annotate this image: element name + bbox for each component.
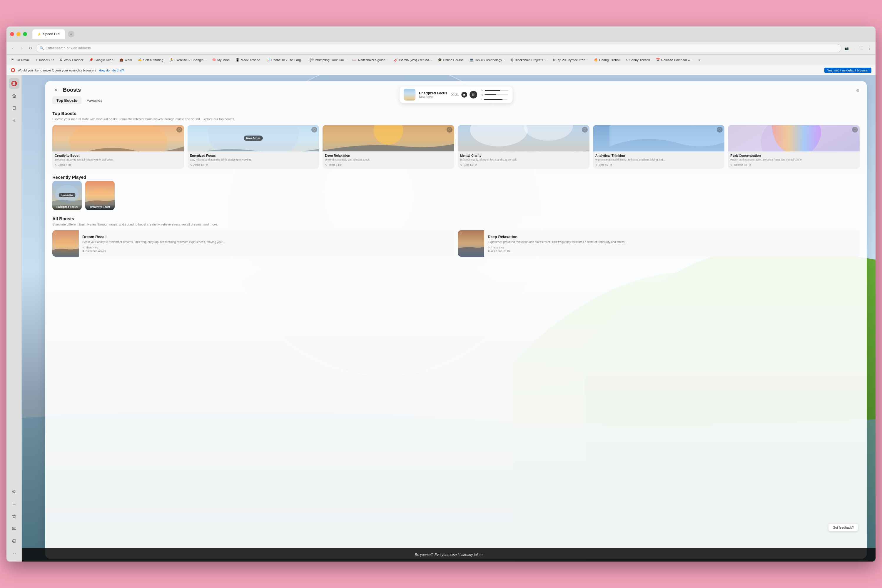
sidebar-icon-messenger[interactable] <box>9 524 20 534</box>
slider-row-3: ♪ <box>481 98 508 100</box>
bookmark-crypto[interactable]: ₿ Top 20 Cryptocurren... <box>550 57 590 63</box>
relaxation-name: Deep Relaxation <box>325 154 452 157</box>
boost-card-relaxation[interactable]: ♡ Deep Relaxation Unwind completely and … <box>322 125 454 169</box>
volume-slider[interactable] <box>484 94 508 95</box>
feedback-button[interactable]: Got feedback? <box>828 524 858 531</box>
svg-marker-8 <box>12 514 16 518</box>
sidebar-icon-ai[interactable] <box>9 511 20 522</box>
bookmark-release-calendar[interactable]: 📅 Release Calendar –... <box>654 57 695 63</box>
stop-button[interactable] <box>461 92 467 98</box>
bookmark-tushar[interactable]: T Tushar PR <box>33 57 56 63</box>
bookmark-self-authoring[interactable]: ✍ Self Authoring <box>135 57 166 63</box>
sidebar-icon-bookmarks[interactable] <box>9 103 20 114</box>
relaxation-desc: Unwind completely and release stress. <box>325 158 452 162</box>
creativity-heart-icon[interactable]: ♡ <box>176 127 182 133</box>
sidebar-icon-whatsapp[interactable] <box>9 536 20 546</box>
svg-rect-14 <box>472 93 473 96</box>
bookmark-work-planner[interactable]: ⚙ Work Planner <box>57 57 86 63</box>
boost-card-creativity[interactable]: ♡ Creativity Boost Enhance creativity an… <box>52 125 184 169</box>
panel-settings-button[interactable]: ⚙ <box>856 88 860 93</box>
deep-relaxation-name: Deep Relaxation <box>488 235 856 239</box>
svg-rect-3 <box>14 96 15 98</box>
bookmark-more[interactable]: » <box>696 57 702 63</box>
all-boost-deep-relaxation[interactable]: ♡ Deep Relaxation Experience profound re… <box>458 230 860 256</box>
bookmark-phonedb[interactable]: 📊 PhoneDB - The Larg... <box>264 57 306 63</box>
boost-card-analytical[interactable]: ♡ Analytical Thinking Improve analytical… <box>593 125 725 169</box>
sidebar-icon-home[interactable] <box>9 90 20 101</box>
minimize-button[interactable] <box>16 32 21 36</box>
energized-now-active-badge: Now Active <box>244 135 262 141</box>
tab-favorites[interactable]: Favorites <box>82 96 106 104</box>
bookmark-sonnydickson[interactable]: S SonnyDickson <box>624 57 652 63</box>
boost-card-mental[interactable]: ♡ Mental Clarity Enhance clarity. Sharpe… <box>458 125 590 169</box>
recently-played-title: Recently Played <box>52 175 860 180</box>
bookmark-work[interactable]: 💼 Work <box>117 57 134 63</box>
freq-icon: ∿ <box>55 164 57 166</box>
reload-button[interactable]: ↻ <box>27 45 34 52</box>
all-boost-dream-recall[interactable]: ♡ Dream Recall Boost your ability to rem… <box>52 230 454 256</box>
relaxation-freq-label: Theta 5 Hz <box>328 164 341 166</box>
bookmark-online-course[interactable]: 🎓 Online Course <box>435 57 466 63</box>
bookmark-daring-fireball[interactable]: 🔥 Daring Fireball <box>591 57 623 63</box>
mental-freq-label: Beta 14 Hz <box>464 164 477 166</box>
audio-sliders: ∿ ◁ <box>481 89 508 100</box>
music-slider[interactable] <box>484 99 507 100</box>
boost-card-energized[interactable]: Now Active ♡ Energized Focus Stay relaxe… <box>188 125 319 169</box>
dream-recall-freq: Theta 4 Hz <box>86 246 99 249</box>
download-icon[interactable]: ↓ <box>851 45 857 51</box>
music-icon: ♪ <box>481 98 482 100</box>
traffic-lights <box>10 32 27 36</box>
more-menu-icon[interactable]: ⋮ <box>866 45 873 51</box>
recent-energized-label: Energized Focus <box>52 204 82 210</box>
play-pause-button[interactable] <box>470 91 477 99</box>
creativity-name: Creativity Boost <box>55 154 182 157</box>
set-default-button[interactable]: Yes, set it as default browser <box>824 68 872 73</box>
bookmark-garcia[interactable]: 🎸 Garcia (WS) Fret Ma... <box>392 57 434 63</box>
tab-top-boosts[interactable]: Top Boosts <box>52 96 81 104</box>
default-browser-bar: ⭕ Would you like to make Opera your ever… <box>6 65 876 75</box>
bookmark-google-keep[interactable]: 📌 Google Keep <box>87 57 116 63</box>
dream-recall-track: Calm Sea Waves <box>86 250 106 252</box>
mental-heart-icon[interactable]: ♡ <box>582 127 588 133</box>
boost-card-peak[interactable]: ♡ Peak Concentration Reach peak concentr… <box>728 125 860 169</box>
dream-recall-heart-icon[interactable]: ♡ <box>54 232 57 235</box>
active-tab[interactable]: ⚡ Speed Dial <box>32 29 65 39</box>
frequency-slider[interactable] <box>485 90 508 91</box>
mental-freq: ∿ Beta 14 Hz <box>460 164 587 166</box>
bookmark-hitchhiker[interactable]: 📖 A hitchhiker's guide... <box>350 57 390 63</box>
footer-bar: Be yourself. Everyone else is already ta… <box>22 548 876 561</box>
deep-relaxation-info: Deep Relaxation Experience profound rela… <box>488 230 856 256</box>
bookmarks-icon[interactable]: ☰ <box>858 45 865 51</box>
recent-card-energized[interactable]: Now Active Energized Focus <box>52 181 82 210</box>
bookmark-blockchain[interactable]: ⛓ Blockchain Project E... <box>508 57 549 63</box>
now-playing-title: Energized Focus <box>419 91 447 95</box>
bookmark-exercise[interactable]: 🏃 Exercise 5: Changin... <box>167 57 209 63</box>
bookmark-mymind[interactable]: 🧠 My Mind <box>210 57 232 63</box>
forward-button[interactable]: › <box>18 45 25 52</box>
energized-name: Energized Focus <box>190 154 317 157</box>
sidebar-icon-downloads[interactable] <box>9 115 20 126</box>
now-playing-info: Energized Focus Now Active <box>419 91 447 99</box>
bookmark-dvtg[interactable]: 💻 D-VTG Technology... <box>467 57 507 63</box>
new-tab-button[interactable]: + <box>68 31 74 38</box>
sidebar-icon-settings[interactable] <box>9 486 20 497</box>
deep-relaxation-thumbnail: ♡ <box>458 230 484 256</box>
how-link[interactable]: How do I do that? <box>99 69 124 72</box>
panel-close-button[interactable]: ✕ <box>52 86 59 93</box>
mental-body: Mental Clarity Enhance clarity. Sharpen … <box>458 152 590 169</box>
sidebar-icon-menu[interactable] <box>9 499 20 509</box>
maximize-button[interactable] <box>23 32 27 36</box>
bookmark-mockuphone[interactable]: 📱 MockUPhone <box>233 57 262 63</box>
sidebar-icon-opera[interactable] <box>9 78 20 89</box>
back-button[interactable]: ‹ <box>9 45 16 52</box>
sidebar-icon-more[interactable]: ··· <box>9 548 20 559</box>
camera-icon[interactable]: 📷 <box>843 45 850 51</box>
bookmark-prompting[interactable]: 💬 Prompting: Your Gui... <box>307 57 349 63</box>
bookmark-gmail[interactable]: ✉ 28 Gmail <box>9 57 32 63</box>
deep-relaxation-heart-icon[interactable]: ♡ <box>459 232 462 235</box>
recent-card-creativity[interactable]: Creativity Boost <box>85 181 115 210</box>
close-button[interactable] <box>10 32 14 36</box>
energized-freq-label: Alpha 12 Hz <box>194 164 208 166</box>
address-bar[interactable]: 🔍 Enter search or web address <box>36 44 842 52</box>
deep-relaxation-tracks: ∿ Theta 5 Hz ◉ Wind and Ice Ra... <box>488 246 856 252</box>
